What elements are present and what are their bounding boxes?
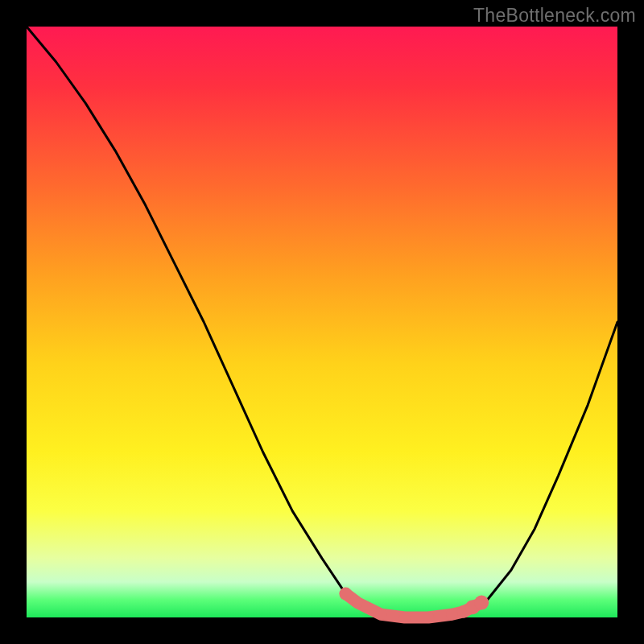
highlight-dot [423,612,434,623]
highlight-dot [352,597,363,609]
chart-frame: TheBottleneck.com [0,0,644,644]
highlight-dot [474,596,489,610]
highlight-dot [375,609,386,620]
curve-svg [27,27,617,617]
highlight-markers [339,588,489,623]
highlight-dot [399,612,411,623]
highlight-dot [339,588,352,601]
highlight-dot [447,609,458,620]
plot-area [27,27,617,617]
watermark-text: TheBottleneck.com [473,5,636,27]
bottleneck-curve [27,27,617,617]
